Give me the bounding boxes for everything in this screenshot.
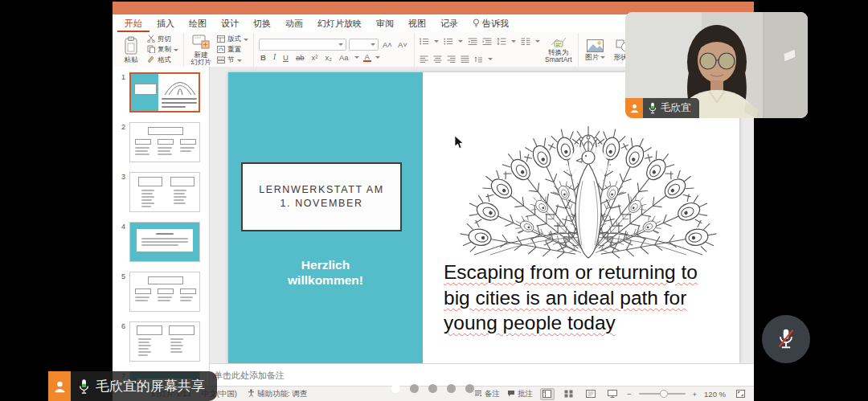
columns-icon[interactable] <box>521 34 530 48</box>
dropdown-caret-icon <box>174 49 178 51</box>
tab-home[interactable]: 开始 <box>117 14 149 32</box>
copy-button[interactable]: 复制 <box>147 46 178 55</box>
page-dot[interactable] <box>391 384 400 393</box>
bold-button[interactable]: B <box>259 53 268 62</box>
thumbnail-number: 4 <box>118 222 125 231</box>
convert-smartart-button[interactable]: 转换为 SmartArt <box>544 37 573 63</box>
picture-button[interactable]: 图片 <box>583 39 608 61</box>
slideshow-view-button[interactable] <box>605 388 620 400</box>
thumbnail-slide-2[interactable]: 2 <box>118 122 209 162</box>
thumbnail-number: 3 <box>118 172 125 181</box>
bullets-icon[interactable] <box>420 34 429 48</box>
clipboard-icon <box>123 36 139 56</box>
thumbnail-slide-1[interactable]: 1 <box>118 72 209 113</box>
subscript-button[interactable]: x₂ <box>323 53 333 62</box>
dropdown-caret-icon <box>511 40 516 43</box>
fit-slide-to-window-button[interactable] <box>733 388 747 400</box>
tab-review[interactable]: 审阅 <box>369 14 401 32</box>
zoom-level[interactable]: 120 % <box>704 390 726 399</box>
format-painter-button[interactable]: 格式 <box>147 56 178 65</box>
avatar <box>48 371 71 401</box>
page-dot[interactable] <box>428 384 437 393</box>
tab-insert[interactable]: 插入 <box>149 14 182 32</box>
align-center-icon[interactable] <box>433 51 442 66</box>
slide-subtitle-line: Herzlich <box>228 257 423 272</box>
align-right-icon[interactable] <box>447 51 456 66</box>
copy-label: 复制 <box>158 45 171 55</box>
copy-icon <box>147 45 155 55</box>
underline-button[interactable]: U <box>281 53 290 62</box>
notes-icon <box>474 390 482 399</box>
thumbnail-slide-5[interactable]: 5 <box>118 272 209 312</box>
tab-transitions[interactable]: 切换 <box>246 14 278 32</box>
cut-button[interactable]: 剪切 <box>147 35 178 44</box>
comments-toggle-label: 批注 <box>518 389 533 399</box>
thumbnail-number: 6 <box>118 321 125 330</box>
mic-active-icon <box>649 102 657 114</box>
text-direction-icon[interactable] <box>474 51 483 66</box>
slide-title-line: LERNWERKSTATT AM <box>259 183 383 197</box>
thumbnail-slide-6[interactable]: 6 <box>118 321 209 362</box>
normal-view-button[interactable] <box>540 388 555 400</box>
dropdown-caret-icon <box>244 39 248 41</box>
new-slide-button[interactable]: 新建 幻灯片 <box>189 34 213 66</box>
zoom-slider[interactable] <box>639 393 686 395</box>
strikethrough-button[interactable]: ab <box>294 53 306 62</box>
tab-tell-me-label: 告诉我 <box>482 18 509 30</box>
paste-button[interactable]: 粘贴 <box>119 36 143 63</box>
section-button[interactable]: 节 <box>217 56 248 65</box>
zoom-slider-knob[interactable] <box>660 390 668 398</box>
superscript-button[interactable]: x² <box>310 53 320 62</box>
tab-slideshow[interactable]: 幻灯片放映 <box>310 14 369 32</box>
accessibility-status[interactable]: 辅助功能: 调查 <box>248 389 307 399</box>
zoom-in-button[interactable]: + <box>693 390 698 399</box>
slides-group: 新建 幻灯片 版式 重置 <box>184 33 254 67</box>
webcam-name: 毛欣宜 <box>661 101 691 115</box>
peacock-illustration <box>452 107 725 261</box>
font-name-combobox[interactable] <box>259 39 346 51</box>
slide-heading-text[interactable]: Escaping from or returning to big cities… <box>444 260 741 336</box>
numbering-icon[interactable] <box>444 34 453 48</box>
decrease-font-button[interactable]: A˅ <box>396 40 409 49</box>
section-icon <box>217 56 225 65</box>
mic-muted-button[interactable] <box>762 315 810 363</box>
avatar <box>625 98 643 118</box>
reset-button[interactable]: 重置 <box>217 46 248 55</box>
justify-icon[interactable] <box>461 51 469 66</box>
tab-tell-me[interactable]: 告诉我 <box>465 14 516 32</box>
slide-sorter-view-button[interactable] <box>562 388 576 400</box>
font-size-combobox[interactable] <box>349 39 379 51</box>
tab-draw[interactable]: 绘图 <box>182 14 214 32</box>
page-dot[interactable] <box>447 384 456 393</box>
increase-indent-icon[interactable] <box>482 34 492 48</box>
font-color-button[interactable]: A <box>363 53 371 62</box>
heading-line: young people today <box>444 312 616 333</box>
webcam-video[interactable]: 毛欣宜 <box>625 12 808 118</box>
italic-button[interactable]: I <box>272 53 277 61</box>
tab-design[interactable]: 设计 <box>214 14 246 32</box>
change-case-button[interactable]: Aa <box>338 53 350 62</box>
slide-subtitle[interactable]: Herzlich willkommen! <box>228 257 423 288</box>
notes-toggle[interactable]: 备注 <box>474 389 500 399</box>
increase-font-button[interactable]: A˄ <box>381 40 394 49</box>
thumbnail-slide-4[interactable]: 4 <box>118 222 209 262</box>
notes-pane[interactable]: 单击此处添加备注 <box>210 363 754 386</box>
layout-button[interactable]: 版式 <box>217 35 248 44</box>
line-spacing-icon[interactable] <box>497 34 506 48</box>
slide-title-box[interactable]: LERNWERKSTATT AM 1. NOVEMBER <box>241 162 402 231</box>
tab-record[interactable]: 记录 <box>433 14 465 32</box>
tab-view[interactable]: 视图 <box>401 14 433 32</box>
notes-toggle-label: 备注 <box>485 389 500 399</box>
page-dot[interactable] <box>465 384 474 393</box>
page-indicator-dots <box>391 384 474 393</box>
picture-icon <box>587 39 604 54</box>
zoom-out-button[interactable]: − <box>627 390 632 399</box>
thumbnail-slide-3[interactable]: 3 <box>118 172 209 212</box>
tab-animations[interactable]: 动画 <box>278 14 310 32</box>
reading-view-button[interactable] <box>583 388 598 400</box>
align-left-icon[interactable] <box>420 51 428 66</box>
comments-toggle[interactable]: 批注 <box>507 389 533 399</box>
reset-label: 重置 <box>227 45 241 55</box>
decrease-indent-icon[interactable] <box>468 34 477 48</box>
page-dot[interactable] <box>410 384 419 393</box>
